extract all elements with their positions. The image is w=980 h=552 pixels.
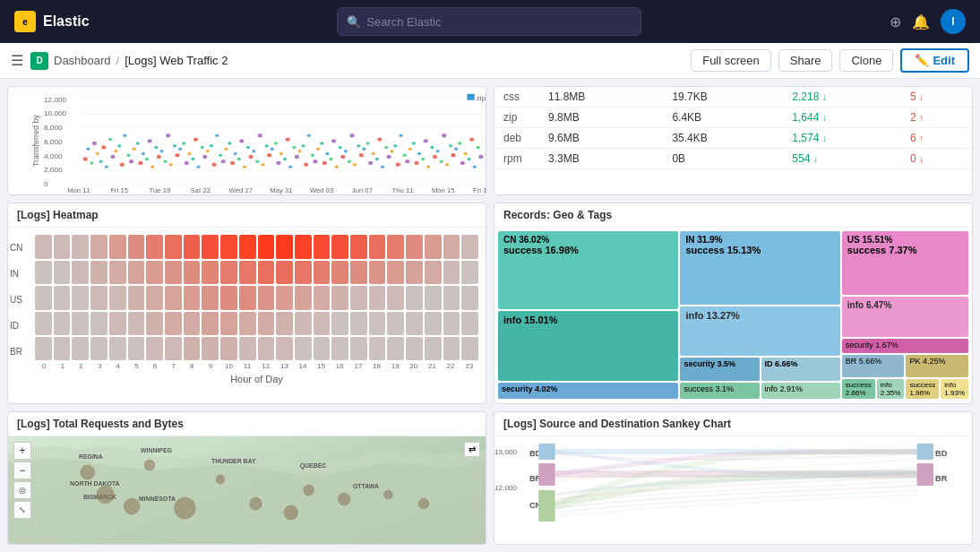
svg-text:THUNDER BAY: THUNDER BAY <box>211 458 256 464</box>
heatmap-cell <box>128 261 145 284</box>
notifications-icon[interactable]: 🔔 <box>912 13 930 30</box>
svg-point-137 <box>454 147 458 151</box>
heatmap-x-tick: 1 <box>54 362 73 370</box>
map-layer-button[interactable]: ⇄ <box>464 442 480 457</box>
heatmap-cell <box>425 235 442 258</box>
treemap-info-19-pct: info 1.93% <box>944 381 965 397</box>
y-axis-label: Transferred by <box>31 115 40 167</box>
svg-point-62 <box>224 147 228 151</box>
map-title: [Logs] Total Requests and Bytes <box>8 412 486 436</box>
treemap-cn-label: CN 36.02% <box>503 235 673 245</box>
heatmap-cell <box>165 286 182 309</box>
heatmap-label-in: IN <box>10 269 22 279</box>
svg-point-90 <box>311 153 314 157</box>
svg-point-53 <box>196 166 200 169</box>
svg-point-134 <box>445 163 449 167</box>
table-cell-bytes1: 11.8MB <box>539 87 663 108</box>
heatmap-cell <box>425 261 442 284</box>
menu-icon[interactable]: ☰ <box>11 52 23 69</box>
heatmap-cell <box>128 312 145 335</box>
svg-point-35 <box>142 152 145 156</box>
heatmap-cell <box>369 235 386 258</box>
treemap-us-info: info 6.47% <box>842 297 968 337</box>
heatmap-cell <box>258 337 275 360</box>
zoom-in-button[interactable]: + <box>13 442 31 460</box>
heatmap-cell <box>202 261 219 284</box>
edit-button[interactable]: ✏️ Edit <box>900 48 969 73</box>
treemap-cn-info-pct: info 15.01% <box>503 315 673 325</box>
svg-text:0: 0 <box>44 181 48 188</box>
treemap-success-196: success 1.96% <box>906 379 939 399</box>
table-cell-val1: 1,574 ↓ <box>783 128 901 149</box>
heatmap-cell <box>258 261 275 284</box>
heatmap-cell <box>220 337 237 360</box>
heatmap-x-tick: 6 <box>146 362 165 370</box>
treemap-in-bottom: security 3.5% ID 6.66% <box>680 358 839 381</box>
search-bar[interactable]: 🔍 Search Elastic <box>337 7 641 36</box>
help-icon[interactable]: ⊕ <box>890 13 901 30</box>
svg-point-167 <box>81 465 95 479</box>
svg-point-48 <box>182 142 185 145</box>
heatmap-cell <box>220 261 237 284</box>
heatmap-cell <box>146 261 163 284</box>
heatmap-cell <box>165 312 182 335</box>
svg-text:8,000: 8,000 <box>44 125 63 132</box>
svg-point-96 <box>329 158 332 161</box>
heatmap-cell <box>443 312 460 335</box>
treemap-us-info-pct: info 6.47% <box>847 300 963 310</box>
user-avatar[interactable]: I <box>941 9 966 34</box>
svg-point-50 <box>187 152 191 156</box>
heatmap-cell <box>314 337 331 360</box>
heatmap-cell <box>369 312 386 335</box>
svg-point-21 <box>99 160 103 163</box>
heatmap-cell <box>461 312 478 335</box>
heatmap-label-us: US <box>10 295 22 305</box>
heatmap-cell <box>165 261 182 284</box>
svg-text:Tue 19: Tue 19 <box>150 188 171 194</box>
svg-text:Sat 23: Sat 23 <box>190 188 210 194</box>
treemap-cn-info: info 15.01% <box>498 311 678 381</box>
svg-point-75 <box>265 144 269 148</box>
treemap-cn-success-pct: success 16.98% <box>503 245 673 255</box>
svg-point-57 <box>210 144 213 148</box>
svg-text:Fri 15: Fri 15 <box>110 188 128 194</box>
heatmap-x-tick: 3 <box>90 362 109 370</box>
svg-point-113 <box>381 166 384 169</box>
heatmap-cell <box>406 235 423 258</box>
table-cell-bytes2: 35.4KB <box>663 128 783 149</box>
heatmap-cell <box>109 261 126 284</box>
svg-point-108 <box>365 142 369 145</box>
search-placeholder: Search Elastic <box>366 15 441 29</box>
svg-point-25 <box>110 155 115 159</box>
svg-text:BD: BD <box>935 449 948 458</box>
treemap-us: US 15.51% success 7.37% info 6.47% secur… <box>842 231 968 399</box>
treemap-bottom-row: success 2.66% info 2.35% success 1.96% i… <box>842 379 968 399</box>
svg-point-47 <box>178 147 182 151</box>
heatmap-cell <box>35 337 52 360</box>
treemap-in-security: security 3.5% <box>680 358 759 381</box>
svg-point-95 <box>325 152 329 156</box>
treemap-main: CN 36.02% success 16.98% info 15.01% sec… <box>498 231 968 399</box>
heatmap-cell <box>239 235 256 258</box>
heatmap-cell <box>202 235 219 258</box>
zoom-reset-button[interactable]: ◎ <box>13 481 31 499</box>
dashboard-link[interactable]: Dashboard <box>54 54 111 67</box>
svg-point-110 <box>372 152 375 156</box>
heatmap-cell <box>54 337 71 360</box>
clone-button[interactable]: Clone <box>839 49 893 72</box>
heatmap-cell <box>128 286 145 309</box>
fullscreen-button[interactable]: Full screen <box>691 49 771 72</box>
zoom-out-button[interactable]: − <box>13 461 31 479</box>
main-content: Transferred by 12,000 10,000 8,000 6,000… <box>0 79 980 552</box>
heatmap-cell <box>295 286 312 309</box>
svg-text:12,000: 12,000 <box>44 96 66 103</box>
map-controls: + − ◎ ⤡ <box>13 442 31 519</box>
share-button[interactable]: Share <box>778 49 833 72</box>
heatmap-cell <box>202 337 219 360</box>
table-cell-type: zip <box>494 108 539 128</box>
svg-point-168 <box>144 460 155 470</box>
expand-button[interactable]: ⤡ <box>13 501 31 519</box>
heatmap-cell <box>54 286 71 309</box>
heatmap-cell <box>239 337 256 360</box>
heatmap-cell <box>90 235 107 258</box>
